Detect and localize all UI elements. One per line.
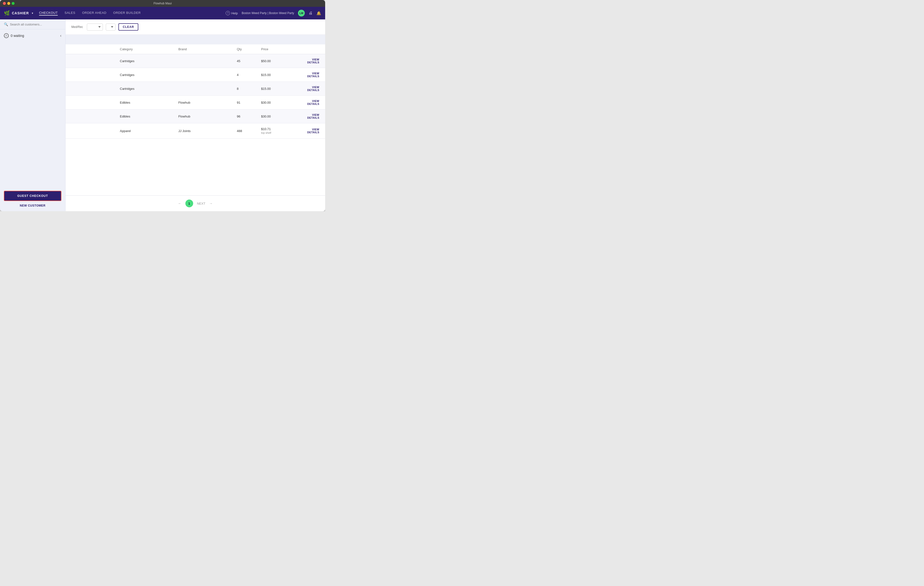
header-action xyxy=(290,47,319,51)
guest-checkout-button[interactable]: GUEST CHECKOUT xyxy=(4,191,61,201)
row3-view-details[interactable]: VIEWDETAILS xyxy=(290,86,319,91)
row2-price: $15.00 xyxy=(261,73,290,77)
row1-price: $50.00 xyxy=(261,59,290,63)
row4-category: Edibles xyxy=(120,101,178,104)
help-label: Help xyxy=(231,12,238,15)
current-page: 1 xyxy=(185,200,193,207)
close-button[interactable] xyxy=(3,2,6,5)
prev-page-button[interactable]: ← xyxy=(178,202,182,205)
filter-bar: Med/Rec Med Rec CLEAR xyxy=(66,20,325,35)
nav-item-checkout[interactable]: CHECKOUT xyxy=(39,11,58,15)
row2-qty: 4 xyxy=(237,73,261,77)
maximize-button[interactable] xyxy=(12,2,15,5)
pagination: ← 1 NEXT → xyxy=(66,195,325,211)
logo-icon: 🌿 xyxy=(4,10,10,16)
table-row[interactable]: Edibles Flowhub 91 $30.00 VIEWDETAILS xyxy=(66,96,325,109)
filter-dropdown-1[interactable]: Med Rec xyxy=(87,23,103,31)
top-shelf-label: top shelf xyxy=(261,131,271,134)
table-container: Category Brand Qty Price Cartridges 45 $… xyxy=(66,45,325,195)
waiting-left: ⏱ 0 waiting xyxy=(4,33,24,38)
filter-dropdown-2[interactable] xyxy=(106,23,116,31)
table-row[interactable]: Edibles Flowhub 96 $30.00 VIEWDETAILS xyxy=(66,109,325,123)
new-customer-button[interactable]: NEW CUSTOMER xyxy=(0,202,65,209)
header-col1 xyxy=(71,47,120,51)
row3-category: Cartridges xyxy=(120,87,178,91)
row4-brand: Flowhub xyxy=(178,101,237,104)
table-row[interactable]: Apparel JJ Joints 488 $10.71top shelf VI… xyxy=(66,123,325,139)
nav-items: CHECKOUT SALES ORDER AHEAD ORDER BUILDER xyxy=(39,11,226,15)
header-category: Category xyxy=(120,47,178,51)
nav-bar: 🌿 CASHIER ▾ CHECKOUT SALES ORDER AHEAD O… xyxy=(0,7,325,20)
search-input[interactable] xyxy=(10,23,61,26)
med-rec-label: Med/Rec xyxy=(71,25,83,29)
row5-view-details[interactable]: VIEWDETAILS xyxy=(290,113,319,119)
row2-view-details[interactable]: VIEWDETAILS xyxy=(290,72,319,78)
sidebar-spacer xyxy=(0,42,65,188)
table-header: Category Brand Qty Price xyxy=(66,45,325,54)
row2-category: Cartridges xyxy=(120,73,178,77)
minimize-button[interactable] xyxy=(7,2,10,5)
next-arrow-icon[interactable]: → xyxy=(209,202,213,205)
row6-brand: JJ Joints xyxy=(178,129,237,133)
search-area: 🔍 xyxy=(0,20,65,29)
nav-item-order-ahead[interactable]: ORDER AHEAD xyxy=(82,11,106,15)
header-qty: Qty xyxy=(237,47,261,51)
row4-price: $30.00 xyxy=(261,101,290,104)
nav-item-sales[interactable]: SALES xyxy=(64,11,75,15)
avatar: LM xyxy=(298,10,305,17)
next-page-label[interactable]: NEXT xyxy=(197,202,206,205)
nav-item-order-builder[interactable]: ORDER BUILDER xyxy=(113,11,141,15)
row6-qty: 488 xyxy=(237,129,261,133)
search-icon: 🔍 xyxy=(4,22,8,26)
row5-brand: Flowhub xyxy=(178,114,237,118)
clock-icon: ⏱ xyxy=(4,33,9,38)
waiting-area: ⏱ 0 waiting ‹ xyxy=(0,29,65,42)
waiting-count: 0 waiting xyxy=(11,34,24,38)
row5-price: $30.00 xyxy=(261,114,290,118)
main-content: 🔍 ⏱ 0 waiting ‹ GUEST CHECKOUT NEW CUSTO… xyxy=(0,20,325,211)
row6-price: $10.71top shelf xyxy=(261,127,290,134)
cashier-label: CASHIER xyxy=(12,11,29,15)
content-area: Med/Rec Med Rec CLEAR Category Brand xyxy=(66,20,325,211)
printer-icon[interactable]: 🖨 xyxy=(309,11,312,15)
bell-icon[interactable]: 🔔 xyxy=(317,11,321,15)
table-row[interactable]: Cartridges 4 $15.00 VIEWDETAILS xyxy=(66,68,325,82)
help-button[interactable]: ? Help xyxy=(226,11,238,15)
row6-category: Apparel xyxy=(120,129,178,133)
row4-view-details[interactable]: VIEWDETAILS xyxy=(290,99,319,105)
window-title: Flowhub Maui xyxy=(153,2,172,5)
row4-qty: 91 xyxy=(237,101,261,104)
header-brand: Brand xyxy=(178,47,237,51)
collapse-icon[interactable]: ‹ xyxy=(60,33,61,38)
row1-category: Cartridges xyxy=(120,59,178,63)
blue-header-row xyxy=(66,35,325,45)
header-price: Price xyxy=(261,47,290,51)
table-row[interactable]: Cartridges 45 $50.00 VIEWDETAILS xyxy=(66,54,325,68)
row1-qty: 45 xyxy=(237,59,261,63)
store-name: Boston Weed Party | Boston Weed Party xyxy=(242,12,294,15)
sidebar: 🔍 ⏱ 0 waiting ‹ GUEST CHECKOUT NEW CUSTO… xyxy=(0,20,66,211)
table-row[interactable]: Cartridges 8 $15.00 VIEWDETAILS xyxy=(66,82,325,96)
row3-price: $15.00 xyxy=(261,87,290,91)
cashier-dropdown-icon[interactable]: ▾ xyxy=(32,12,33,15)
logo-area: 🌿 CASHIER ▾ xyxy=(4,10,33,16)
row6-view-details[interactable]: VIEWDETAILS xyxy=(290,128,319,134)
row3-qty: 8 xyxy=(237,87,261,91)
row1-view-details[interactable]: VIEWDETAILS xyxy=(290,58,319,64)
clear-button[interactable]: CLEAR xyxy=(119,23,138,31)
help-icon: ? xyxy=(226,11,230,15)
row5-qty: 96 xyxy=(237,114,261,118)
traffic-lights xyxy=(3,2,15,5)
row5-category: Edibles xyxy=(120,114,178,118)
nav-right: ? Help Boston Weed Party | Boston Weed P… xyxy=(226,10,321,17)
title-bar: Flowhub Maui xyxy=(0,0,325,7)
